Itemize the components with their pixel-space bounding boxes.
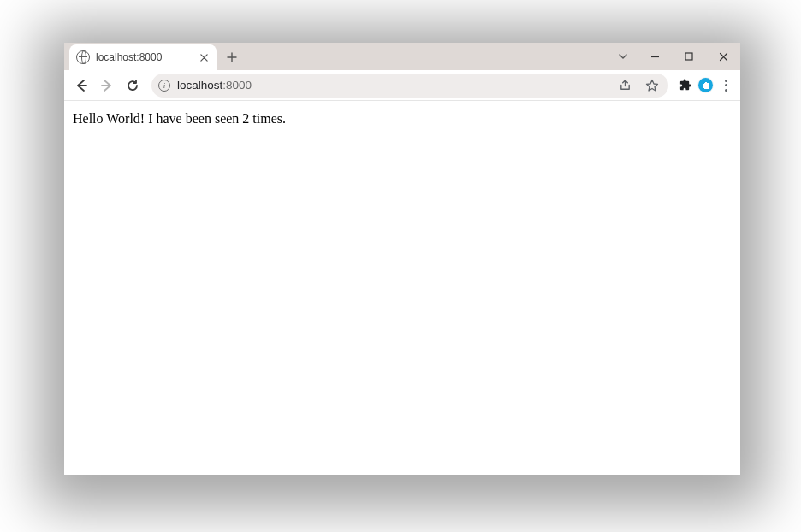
kebab-icon (721, 80, 731, 92)
window-controls (608, 43, 740, 70)
back-button[interactable] (69, 74, 93, 98)
page-content: Hello World! I have been seen 2 times. (64, 101, 740, 475)
tab-strip: localhost:8000 (64, 43, 740, 70)
reload-button[interactable] (121, 74, 145, 98)
site-info-icon[interactable]: i (158, 80, 170, 92)
url-port: :8000 (222, 79, 252, 92)
close-tab-button[interactable] (198, 51, 210, 63)
tab-title: localhost:8000 (96, 51, 192, 63)
url-text: localhost:8000 (177, 79, 252, 92)
browser-window: localhost:8000 (64, 43, 740, 475)
minimize-button[interactable] (638, 43, 672, 70)
page-body-text: Hello World! I have been seen 2 times. (73, 111, 732, 127)
active-tab[interactable]: localhost:8000 (69, 44, 217, 70)
toolbar: i localhost:8000 (64, 70, 740, 101)
svg-rect-0 (685, 53, 692, 60)
share-icon[interactable] (615, 76, 634, 95)
menu-button[interactable] (716, 76, 735, 95)
maximize-button[interactable] (672, 43, 706, 70)
bookmark-star-icon[interactable] (643, 76, 662, 95)
close-window-button[interactable] (706, 43, 740, 70)
extension-badge-icon[interactable] (696, 76, 715, 95)
extensions-puzzle-icon[interactable] (675, 76, 694, 95)
new-tab-button[interactable] (220, 45, 244, 69)
forward-button[interactable] (95, 74, 119, 98)
globe-icon (76, 50, 90, 64)
url-host: localhost (177, 79, 222, 92)
address-bar[interactable]: i localhost:8000 (151, 74, 668, 98)
tab-search-button[interactable] (608, 43, 638, 70)
